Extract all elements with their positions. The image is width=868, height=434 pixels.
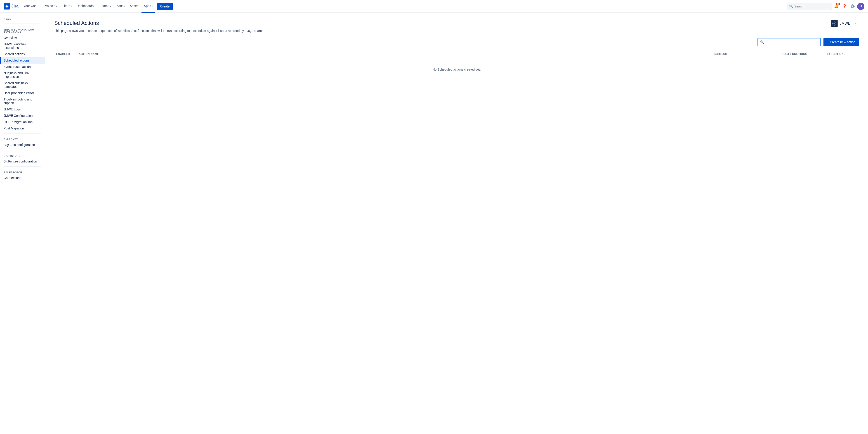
page-title: Scheduled Actions (54, 20, 99, 26)
page-description: This page allows you to create sequences… (54, 29, 859, 33)
sidebar-item-jmwe-configuration[interactable]: JMWE Configuration (0, 112, 45, 119)
nav-items: Your work ▾ Projects ▾ Filters ▾ Dashboa… (21, 0, 786, 13)
chevron-down-icon: ▾ (94, 5, 95, 7)
sidebar-item-jmwe-logs[interactable]: JMWE Logs (0, 106, 45, 112)
table-header: Enabled Action name Schedule Post-functi… (54, 50, 859, 58)
sidebar: Apps JIRA MISC WORKFLOW EXTENSIONS Overv… (0, 13, 45, 434)
search-icon: 🔍 (760, 40, 764, 44)
chevron-down-icon: ▾ (71, 5, 72, 7)
sidebar-item-event-based-actions[interactable]: Event-based actions (0, 64, 45, 70)
sidebar-item-biggantt-configuration[interactable]: BigGantt configuration (0, 142, 45, 148)
sidebar-section-biggantt: BIGGANTT (0, 135, 45, 142)
nav-teams[interactable]: Teams ▾ (98, 0, 113, 13)
topnav-right: 🔍 Search 🔔 9+ ❓ ⚙️ U (786, 3, 864, 10)
sidebar-item-connections[interactable]: Connections (0, 175, 45, 181)
col-executions: Executions (825, 53, 859, 56)
nav-assets[interactable]: Assets (127, 0, 142, 13)
sidebar-item-troubleshooting[interactable]: Troubleshooting and support (0, 96, 45, 106)
actions-table: Enabled Action name Schedule Post-functi… (54, 50, 859, 83)
empty-state-message: No Scheduled actions created yet. (432, 59, 480, 80)
sidebar-item-shared-nunjucks[interactable]: Shared Nunjucks templates (0, 80, 45, 90)
app-icon (831, 20, 838, 27)
sidebar-section-jmwe: JIRA MISC WORKFLOW EXTENSIONS (0, 26, 45, 35)
nav-projects[interactable]: Projects ▾ (41, 0, 59, 13)
table-footer (54, 81, 859, 83)
sidebar-item-jmwe-workflow-extensions[interactable]: JMWE workflow extensions (0, 41, 45, 51)
toolbar: 🔍 + Create new action (54, 38, 859, 46)
page-layout: Apps JIRA MISC WORKFLOW EXTENSIONS Overv… (0, 13, 868, 434)
settings-button[interactable]: ⚙️ (849, 3, 856, 10)
page-header: Scheduled Actions JMWE ⋮ (54, 20, 859, 27)
sidebar-item-overview[interactable]: Overview (0, 35, 45, 41)
action-search-input[interactable] (766, 40, 818, 44)
logo-text: Jira (11, 4, 19, 8)
app-name: JMWE (840, 22, 850, 26)
action-search-field[interactable]: 🔍 (757, 38, 821, 46)
main-content: Scheduled Actions JMWE ⋮ This page allow… (45, 13, 868, 434)
help-button[interactable]: ❓ (841, 3, 848, 10)
jira-logo[interactable]: Jira (4, 3, 19, 9)
notifications-button[interactable]: 🔔 9+ (833, 3, 840, 10)
sidebar-section-bigpicture: BIGPICTURE (0, 152, 45, 158)
top-navigation: Jira Your work ▾ Projects ▾ Filters ▾ Da… (0, 0, 868, 13)
chevron-down-icon: ▾ (38, 5, 39, 7)
notification-badge: 9+ (836, 3, 840, 5)
create-button[interactable]: Create (157, 3, 173, 10)
sidebar-item-scheduled-actions[interactable]: Scheduled actions (0, 57, 45, 64)
app-badge: JMWE ⋮ (831, 20, 859, 27)
sidebar-item-bigpicture-configuration[interactable]: BigPicture configuration (0, 158, 45, 165)
sidebar-divider-3 (4, 150, 41, 150)
search-icon: 🔍 (789, 4, 793, 8)
chevron-down-icon: ▾ (152, 5, 153, 7)
chevron-down-icon: ▾ (110, 5, 111, 7)
sidebar-divider-4 (4, 166, 41, 167)
sidebar-section-salesforce: SALESFORCE (0, 168, 45, 175)
col-enabled: Enabled (54, 53, 77, 56)
col-action-name: Action name (77, 53, 712, 56)
col-post-functions: Post-functions (780, 53, 825, 56)
nav-apps[interactable]: Apps ▾ (142, 0, 155, 13)
sidebar-item-shared-actions[interactable]: Shared actions (0, 51, 45, 57)
sidebar-item-user-properties[interactable]: User properties editor (0, 90, 45, 96)
nav-dashboards[interactable]: Dashboards ▾ (74, 0, 98, 13)
more-options-button[interactable]: ⋮ (852, 21, 859, 27)
chevron-down-icon: ▾ (56, 5, 57, 7)
sidebar-item-post-migration[interactable]: Post Migration (0, 125, 45, 132)
sidebar-apps-title: Apps (0, 16, 45, 22)
nav-your-work[interactable]: Your work ▾ (21, 0, 41, 13)
sidebar-divider-2 (4, 133, 41, 134)
sidebar-item-nunjucks[interactable]: Nunjucks and Jira expression t... (0, 70, 45, 80)
nav-filters[interactable]: Filters ▾ (59, 0, 74, 13)
search-box[interactable]: 🔍 Search (786, 3, 832, 10)
avatar[interactable]: U (857, 3, 864, 10)
col-schedule: Schedule (712, 53, 780, 56)
table-body: No Scheduled actions created yet. (54, 58, 859, 81)
sidebar-item-gdpr[interactable]: GDPR Migration Tool (0, 119, 45, 125)
chevron-down-icon: ▾ (124, 5, 125, 7)
create-action-button[interactable]: + Create new action (824, 38, 859, 46)
nav-plans[interactable]: Plans ▾ (113, 0, 127, 13)
